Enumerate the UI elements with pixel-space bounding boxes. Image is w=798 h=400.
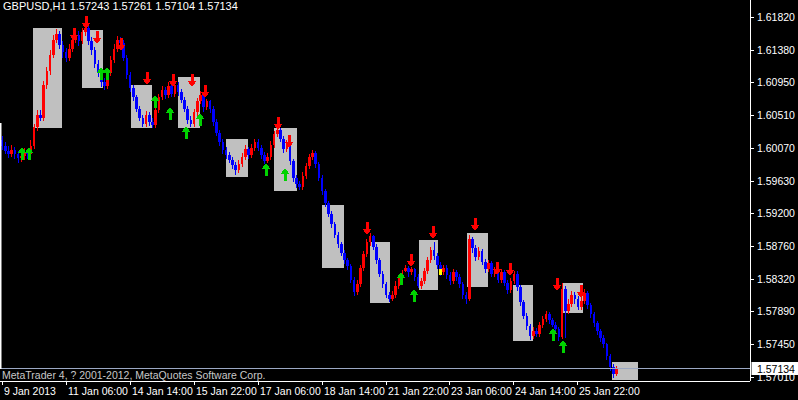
candle-body	[46, 71, 49, 85]
candle-body	[516, 274, 519, 288]
price-axis-label: 1.57890	[757, 305, 795, 317]
candle-body	[212, 109, 215, 123]
signal-box[interactable]	[322, 205, 344, 268]
price-axis-label: 1.60950	[757, 76, 795, 88]
candle-body	[407, 268, 410, 273]
candle-body	[503, 272, 506, 283]
candle-body	[586, 293, 589, 305]
candle-body	[442, 268, 445, 273]
candle-body	[538, 325, 541, 334]
candle-body	[366, 242, 369, 254]
price-axis-label: 1.59200	[757, 207, 795, 219]
candle-body	[506, 283, 509, 291]
candle-body	[238, 164, 241, 170]
candle-body	[362, 254, 365, 268]
candle-body	[247, 149, 250, 155]
candle-body	[218, 133, 221, 143]
candle-body	[458, 277, 461, 285]
candle-body	[410, 269, 413, 272]
candle-body	[311, 153, 314, 157]
candle-body	[39, 115, 42, 118]
candle-body	[599, 331, 602, 338]
candle-body	[260, 148, 263, 156]
price-axis-label: 1.57450	[757, 338, 795, 350]
price-axis-label: 1.61820	[757, 11, 795, 23]
candle-body	[266, 157, 269, 162]
candle-body	[346, 260, 349, 266]
candle-body	[356, 284, 359, 292]
candle-body	[231, 160, 234, 165]
candle-body	[391, 295, 394, 300]
candle-body	[423, 271, 426, 282]
copyright-text: MetaTrader 4, ? 2001-2012, MetaQuotes So…	[2, 369, 265, 381]
candle-body	[612, 367, 615, 375]
candle-body	[116, 40, 119, 49]
candle-body	[58, 34, 61, 45]
mt4-chart-window: 1.618201.613801.609501.605101.600701.596…	[0, 0, 798, 400]
candle-body	[302, 176, 305, 187]
time-axis-label: 9 Jan 2013	[4, 385, 56, 397]
candle-body	[529, 326, 532, 336]
candle-body	[388, 295, 391, 300]
candle-body	[404, 268, 407, 271]
candle-body	[17, 154, 20, 158]
yellow-mark	[439, 269, 442, 275]
candle-body	[215, 122, 218, 133]
candle-body	[471, 239, 474, 248]
price-axis-label: 1.58760	[757, 240, 795, 252]
candle-body	[279, 130, 282, 139]
candle-body	[254, 142, 257, 148]
candle-body	[234, 165, 237, 170]
candle-body	[394, 286, 397, 295]
candle-body	[327, 203, 330, 214]
candle-body	[359, 268, 362, 285]
candle-body	[71, 40, 74, 49]
candle-body	[180, 92, 183, 100]
candle-body	[417, 277, 420, 286]
price-axis-label: 1.60510	[757, 109, 795, 121]
candle-body	[330, 214, 333, 225]
candle-body	[276, 130, 279, 135]
current-price-text: 1.57134	[757, 363, 795, 375]
candle-body	[81, 32, 84, 41]
candle-body	[318, 164, 321, 178]
candle-body	[340, 244, 343, 252]
candle-body	[449, 275, 452, 281]
candle-body	[465, 295, 468, 300]
candle-body	[545, 314, 548, 319]
candle-body	[167, 86, 170, 95]
candle-body	[519, 287, 522, 302]
candle-body	[580, 301, 583, 307]
candle-body	[199, 95, 202, 101]
candle-body	[135, 97, 138, 108]
candle-body	[33, 127, 36, 146]
candle-body	[478, 251, 481, 257]
candle-body	[526, 316, 529, 327]
time-axis-label: 24 Jan 14:00	[515, 385, 576, 397]
price-chart[interactable]: 1.618201.613801.609501.605101.600701.596…	[0, 0, 798, 400]
candle-body	[90, 41, 93, 50]
time-axis-label: 18 Jan 14:00	[324, 385, 385, 397]
candle-body	[455, 272, 458, 277]
candle-body	[535, 331, 538, 334]
candle-body	[295, 178, 298, 184]
time-axis-label: 25 Jan 22:00	[579, 385, 640, 397]
candle-body	[385, 284, 388, 295]
candle-body	[452, 272, 455, 281]
time-axis-label: 17 Jan 06:00	[260, 385, 321, 397]
candle-body	[49, 55, 52, 72]
candle-body	[4, 146, 7, 151]
time-axis-label: 21 Jan 22:00	[388, 385, 449, 397]
candle-body	[42, 85, 45, 118]
candle-body	[170, 86, 173, 94]
time-axis-label: 11 Jan 06:00	[68, 385, 128, 397]
candle-body	[334, 224, 337, 235]
candle-body	[484, 262, 487, 270]
time-axis-label: 15 Jan 22:00	[196, 385, 257, 397]
candle-body	[609, 356, 612, 367]
candle-body	[606, 344, 609, 356]
candle-body	[110, 60, 113, 73]
candle-body	[113, 49, 116, 60]
candle-body	[222, 142, 225, 150]
candle-body	[65, 52, 68, 57]
